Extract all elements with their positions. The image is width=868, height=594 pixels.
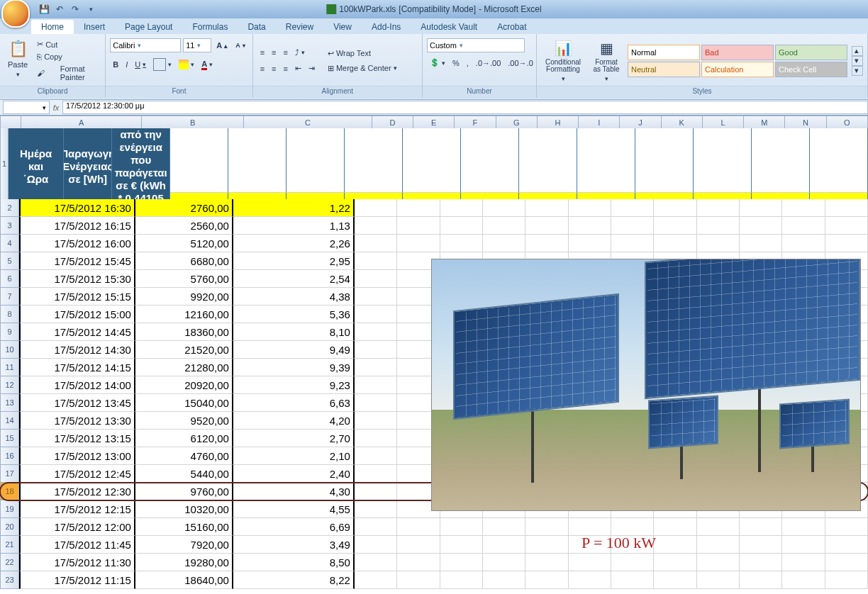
italic-button[interactable]: I bbox=[123, 59, 130, 70]
cell-L4[interactable] bbox=[697, 235, 740, 252]
cell-D5[interactable] bbox=[355, 252, 397, 270]
cell-C18[interactable]: 4,30 bbox=[233, 483, 355, 500]
cell-M20[interactable] bbox=[740, 518, 782, 536]
cell-A23[interactable]: 17/5/2012 11:15 bbox=[19, 571, 135, 589]
cell-D10[interactable] bbox=[355, 341, 397, 359]
cell-D15[interactable] bbox=[355, 430, 397, 447]
cell-G20[interactable] bbox=[483, 518, 525, 536]
tab-review[interactable]: Review bbox=[276, 20, 323, 34]
cell-A10[interactable]: 17/5/2012 14:30 bbox=[19, 341, 135, 359]
col-header-N[interactable]: N bbox=[785, 116, 826, 130]
row-header-4[interactable]: 4 bbox=[0, 235, 19, 252]
cell-C13[interactable]: 6,63 bbox=[233, 394, 355, 412]
row-header-16[interactable]: 16 bbox=[0, 447, 19, 465]
cell-N21[interactable] bbox=[782, 536, 825, 554]
cell-F21[interactable] bbox=[440, 536, 483, 554]
col-header-H[interactable]: H bbox=[538, 116, 579, 130]
cell-O21[interactable] bbox=[825, 536, 868, 554]
cell-I22[interactable] bbox=[569, 554, 611, 571]
row-header-14[interactable]: 14 bbox=[0, 412, 19, 430]
cell-B3[interactable]: 2560,00 bbox=[135, 217, 233, 235]
cell-B15[interactable]: 6120,00 bbox=[135, 430, 233, 447]
style-bad[interactable]: Bad bbox=[701, 45, 774, 60]
row-header-20[interactable]: 20 bbox=[0, 518, 19, 536]
cell-B14[interactable]: 9520,00 bbox=[135, 412, 233, 430]
row-header-1[interactable]: 1 bbox=[0, 128, 9, 200]
cell-B7[interactable]: 9920,00 bbox=[135, 288, 233, 306]
fx-button[interactable]: fx bbox=[50, 103, 62, 112]
cell-A13[interactable]: 17/5/2012 13:45 bbox=[19, 394, 135, 412]
cell-K23[interactable] bbox=[654, 571, 696, 589]
cell-O2[interactable] bbox=[825, 199, 868, 217]
cell-C11[interactable]: 9,39 bbox=[233, 359, 355, 376]
cell-A15[interactable]: 17/5/2012 13:15 bbox=[19, 430, 135, 447]
cell-D17[interactable] bbox=[355, 465, 397, 483]
col-header-J[interactable]: J bbox=[620, 116, 661, 130]
styles-more[interactable]: ▾ bbox=[852, 66, 863, 76]
cell-L20[interactable] bbox=[697, 518, 740, 536]
row-header-12[interactable]: 12 bbox=[0, 376, 19, 394]
style-check-cell[interactable]: Check Cell bbox=[775, 62, 847, 77]
cell-B19[interactable]: 10320,00 bbox=[135, 500, 233, 518]
wrap-text-button[interactable]: ↩Wrap Text bbox=[325, 47, 400, 60]
cell-A19[interactable]: 17/5/2012 12:15 bbox=[19, 500, 135, 518]
cell-D3[interactable] bbox=[355, 217, 397, 235]
bold-button[interactable]: B bbox=[110, 59, 121, 70]
cell-B23[interactable]: 18640,00 bbox=[135, 571, 233, 589]
align-center-button[interactable]: ≡ bbox=[269, 62, 279, 74]
cell-J1[interactable] bbox=[519, 128, 577, 193]
cell-N20[interactable] bbox=[782, 518, 825, 536]
cell-M22[interactable] bbox=[740, 554, 782, 571]
cell-D7[interactable] bbox=[355, 288, 397, 306]
cell-O3[interactable] bbox=[825, 217, 868, 235]
cell-L3[interactable] bbox=[697, 217, 740, 235]
row-header-6[interactable]: 6 bbox=[0, 270, 19, 288]
cell-J22[interactable] bbox=[611, 554, 654, 571]
cut-button[interactable]: ✂Cut bbox=[34, 38, 101, 50]
cell-D16[interactable] bbox=[355, 447, 397, 465]
cell-N2[interactable] bbox=[782, 199, 825, 217]
cell-F20[interactable] bbox=[440, 518, 483, 536]
cell-E22[interactable] bbox=[397, 554, 440, 571]
cell-A7[interactable]: 17/5/2012 15:15 bbox=[19, 288, 135, 306]
cell-K3[interactable] bbox=[654, 217, 696, 235]
cell-O1[interactable] bbox=[810, 128, 868, 193]
cell-B18[interactable]: 9760,00 bbox=[135, 483, 233, 500]
cell-D4[interactable] bbox=[355, 235, 397, 252]
cell-A4[interactable]: 17/5/2012 16:00 bbox=[19, 235, 135, 252]
borders-button[interactable]: ▾ bbox=[150, 57, 174, 72]
col-header-I[interactable]: I bbox=[579, 116, 620, 130]
cell-D18[interactable] bbox=[355, 483, 397, 500]
styles-scroll-down[interactable]: ▾ bbox=[852, 56, 863, 66]
cell-J4[interactable] bbox=[611, 235, 654, 252]
cell-B4[interactable]: 5120,00 bbox=[135, 235, 233, 252]
conditional-formatting-button[interactable]: 📊 Conditional Formatting▾ bbox=[541, 38, 585, 84]
cell-A3[interactable]: 17/5/2012 16:15 bbox=[19, 217, 135, 235]
row-header-10[interactable]: 10 bbox=[0, 341, 19, 359]
cell-B13[interactable]: 15040,00 bbox=[135, 394, 233, 412]
cell-G22[interactable] bbox=[483, 554, 525, 571]
percent-button[interactable]: % bbox=[450, 57, 462, 69]
col-header-G[interactable]: G bbox=[496, 116, 538, 130]
cell-H23[interactable] bbox=[525, 571, 568, 589]
cell-M1[interactable] bbox=[694, 128, 752, 193]
cell-D13[interactable] bbox=[355, 394, 397, 412]
cell-E1[interactable] bbox=[228, 128, 286, 193]
cell-F22[interactable] bbox=[440, 554, 483, 571]
orientation-button[interactable]: ⤴▾ bbox=[292, 47, 308, 58]
cell-K22[interactable] bbox=[654, 554, 696, 571]
cell-B8[interactable]: 12160,00 bbox=[135, 306, 233, 323]
cell-B17[interactable]: 5440,00 bbox=[135, 465, 233, 483]
cell-A6[interactable]: 17/5/2012 15:30 bbox=[19, 270, 135, 288]
qat-customize-icon[interactable]: ▾ bbox=[85, 4, 96, 15]
header-cell-B[interactable]: Παραγωγή Ενέργειας σε [Wh] bbox=[64, 128, 112, 206]
row-header-17[interactable]: 17 bbox=[0, 465, 19, 483]
cell-L2[interactable] bbox=[697, 199, 740, 217]
col-header-M[interactable]: M bbox=[744, 116, 785, 130]
row-header-22[interactable]: 22 bbox=[0, 554, 19, 571]
undo-icon[interactable]: ↶ bbox=[54, 4, 65, 15]
cell-C6[interactable]: 2,54 bbox=[233, 270, 355, 288]
tab-data[interactable]: Data bbox=[238, 20, 275, 34]
cell-H2[interactable] bbox=[525, 199, 568, 217]
cell-C7[interactable]: 4,38 bbox=[233, 288, 355, 306]
